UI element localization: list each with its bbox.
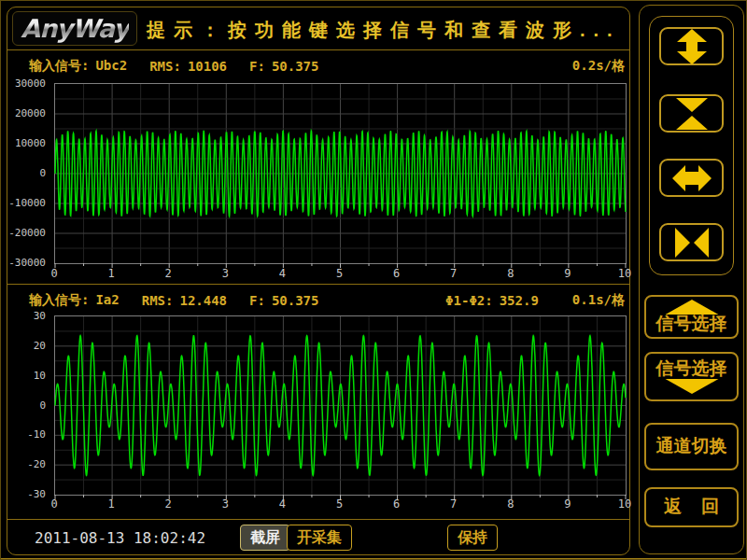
x-tick-label: 6 bbox=[393, 267, 400, 280]
return-button[interactable]: 返 回 bbox=[644, 487, 739, 527]
arrow-compress-horizontal-icon bbox=[671, 224, 712, 261]
y-tick-label: 30000 bbox=[15, 77, 46, 90]
y-tick-label: -10000 bbox=[8, 197, 46, 209]
chart1-x-axis-labels: 012345678910 bbox=[54, 267, 625, 280]
input-signal-label: 输入信号: bbox=[29, 58, 89, 75]
datetime-display: 2011-08-13 18:02:42 bbox=[35, 529, 205, 547]
y-tick-label: -30 bbox=[27, 488, 46, 500]
arrow-compress-vertical-icon bbox=[671, 95, 712, 133]
x-tick-label: 3 bbox=[222, 497, 229, 511]
freq-label: F: bbox=[249, 59, 265, 74]
y-tick-label: -30000 bbox=[8, 257, 46, 269]
channel-switch-button[interactable]: 通道切换 bbox=[644, 423, 739, 470]
triangle-up-icon bbox=[663, 300, 721, 315]
chart2-rms: RMS: 12.448 bbox=[142, 293, 227, 308]
y-tick-label: 20 bbox=[34, 339, 46, 351]
chart1-frequency: F: 50.375 bbox=[249, 59, 318, 74]
x-tick-label: 5 bbox=[336, 267, 343, 280]
x-tick-label: 10 bbox=[618, 267, 631, 280]
x-tick-label: 2 bbox=[165, 497, 172, 511]
titlebar-divider bbox=[7, 49, 629, 50]
arrow-compress-horizontal-button[interactable] bbox=[659, 223, 724, 261]
rms-value: 12.448 bbox=[179, 293, 227, 308]
freq-value: 50.375 bbox=[272, 293, 319, 308]
channel-switch-label: 通道切换 bbox=[656, 437, 727, 456]
chart2-y-axis-labels: 3020100-10-20-30 bbox=[7, 315, 50, 494]
signal-select-down-label: 信号选择 bbox=[656, 359, 727, 379]
x-tick-label: 8 bbox=[507, 497, 514, 511]
x-tick-label: 3 bbox=[222, 267, 229, 280]
x-tick-label: 7 bbox=[450, 267, 457, 280]
chart1-y-axis-labels: 3000020000100000-10000-20000-30000 bbox=[7, 83, 50, 262]
x-tick-label: 0 bbox=[50, 267, 57, 280]
y-tick-label: -20000 bbox=[8, 227, 46, 239]
x-tick-label: 0 bbox=[50, 497, 57, 511]
chart2-input-signal: 输入信号: Ia2 bbox=[29, 292, 120, 309]
brand-logo: AnyWay bbox=[12, 11, 137, 46]
freq-value: 50.375 bbox=[272, 59, 319, 74]
footer-divider bbox=[7, 519, 629, 520]
chart2-phase-difference: Φ1-Φ2: 352.9 bbox=[445, 293, 539, 308]
signal-select-up-label: 信号选择 bbox=[656, 315, 727, 334]
y-tick-label: 10 bbox=[34, 369, 46, 381]
arrow-expand-vertical-icon bbox=[671, 28, 712, 65]
chart2-waveform bbox=[55, 316, 626, 495]
y-tick-label: -10 bbox=[27, 428, 46, 441]
scale-buttons-group bbox=[649, 16, 734, 275]
x-tick-label: 6 bbox=[393, 497, 400, 511]
rms-label: RMS: bbox=[142, 293, 174, 308]
freq-label: F: bbox=[249, 293, 265, 308]
x-tick-label: 2 bbox=[165, 267, 172, 280]
x-tick-label: 4 bbox=[279, 497, 286, 511]
x-tick-label: 9 bbox=[564, 497, 571, 511]
chart1-plot-area bbox=[54, 83, 627, 264]
analyzer-screen: AnyWay 提示：按功能键选择信号和查看波形... 输入信号: Ubc2 RM… bbox=[0, 0, 747, 560]
y-tick-label: 30 bbox=[34, 310, 46, 322]
x-tick-label: 7 bbox=[450, 497, 457, 511]
start-acquisition-button[interactable]: 开采集 bbox=[287, 525, 352, 551]
y-tick-label: 20000 bbox=[15, 107, 46, 119]
y-tick-label: 0 bbox=[39, 399, 46, 411]
chart2-timebase: 0.1s/格 bbox=[561, 292, 625, 309]
hold-button[interactable]: 保持 bbox=[447, 525, 498, 551]
chart1-timebase: 0.2s/格 bbox=[572, 58, 625, 75]
y-tick-label: 0 bbox=[39, 167, 46, 179]
x-tick-label: 4 bbox=[279, 267, 286, 280]
signal-name-value: Ubc2 bbox=[95, 58, 127, 75]
chart2-plot-area bbox=[54, 315, 627, 496]
x-tick-label: 9 bbox=[564, 267, 571, 280]
chart1-header: 输入信号: Ubc2 RMS: 10106 F: 50.375 0.2s/格 bbox=[29, 58, 625, 75]
status-tip-text: 提示：按功能键选择信号和查看波形... bbox=[147, 18, 621, 43]
x-tick-label: 5 bbox=[336, 497, 343, 511]
phase-label: Φ1-Φ2: bbox=[445, 293, 493, 308]
arrow-expand-horizontal-icon bbox=[671, 160, 712, 197]
screenshot-button[interactable]: 截屏 bbox=[240, 525, 290, 551]
signal-select-down-button[interactable]: 信号选择 bbox=[644, 352, 739, 401]
arrow-expand-vertical-button[interactable] bbox=[659, 27, 724, 65]
chart2-frequency: F: 50.375 bbox=[249, 293, 318, 308]
x-tick-label: 1 bbox=[107, 267, 114, 280]
signal-select-up-button[interactable]: 信号选择 bbox=[644, 295, 739, 339]
chart1-rms: RMS: 10106 bbox=[149, 59, 227, 74]
x-tick-label: 10 bbox=[618, 497, 631, 511]
triangle-down-icon bbox=[663, 379, 721, 394]
y-tick-label: 10000 bbox=[15, 137, 46, 149]
input-signal-label: 输入信号: bbox=[29, 292, 89, 309]
x-tick-label: 1 bbox=[107, 497, 114, 511]
chart-divider bbox=[7, 284, 629, 285]
return-label: 返 回 bbox=[664, 497, 719, 517]
chart2-header: 输入信号: Ia2 RMS: 12.448 F: 50.375 Φ1-Φ2: 3… bbox=[29, 292, 625, 309]
phase-value: 352.9 bbox=[500, 293, 539, 308]
brand-logo-text: AnyWay bbox=[21, 14, 129, 43]
x-tick-label: 8 bbox=[507, 267, 514, 280]
y-tick-label: -20 bbox=[27, 458, 46, 470]
signal-name-value: Ia2 bbox=[95, 292, 119, 309]
arrow-compress-vertical-button[interactable] bbox=[659, 94, 724, 133]
chart1-input-signal: 输入信号: Ubc2 bbox=[29, 58, 127, 75]
chart1-waveform bbox=[55, 84, 626, 263]
arrow-expand-horizontal-button[interactable] bbox=[659, 159, 724, 197]
rms-value: 10106 bbox=[188, 59, 227, 74]
rms-label: RMS: bbox=[149, 59, 181, 74]
chart2-x-axis-labels: 012345678910 bbox=[54, 497, 625, 511]
